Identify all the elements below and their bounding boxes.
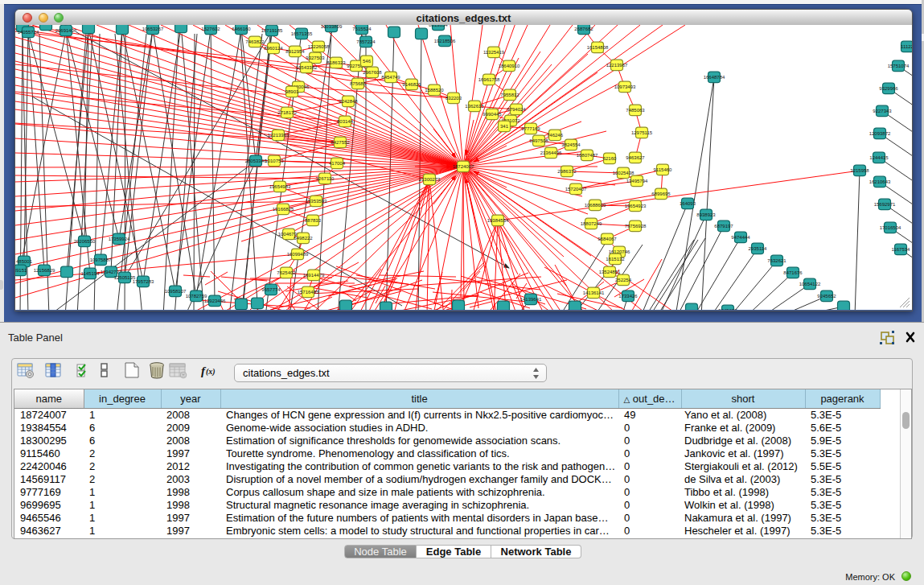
svg-text:17957283: 17957283	[133, 279, 154, 284]
svg-text:12156829: 12156829	[34, 268, 55, 273]
svg-text:13524851: 13524851	[599, 270, 621, 274]
svg-text:3267110: 3267110	[316, 176, 335, 181]
svg-text:16099489: 16099489	[287, 252, 309, 257]
svg-text:7463822: 7463822	[245, 39, 265, 44]
svg-text:9474444: 9474444	[731, 235, 750, 240]
svg-text:5498222: 5498222	[294, 236, 313, 241]
svg-text:8427552: 8427552	[331, 140, 350, 145]
svg-text:417004: 417004	[329, 161, 346, 166]
svg-text:15353593: 15353593	[306, 199, 327, 204]
svg-text:7515524: 7515524	[352, 27, 372, 31]
svg-text:8938923: 8938923	[696, 212, 716, 217]
svg-text:19654923: 19654923	[625, 204, 647, 208]
svg-text:19166825: 19166825	[273, 207, 294, 212]
svg-text:1145194: 1145194	[81, 271, 101, 276]
svg-text:1615132: 1615132	[606, 257, 625, 262]
svg-text:9684067: 9684067	[598, 237, 617, 241]
svg-text:28053346: 28053346	[245, 159, 267, 163]
svg-text:98901: 98901	[285, 89, 299, 94]
svg-text:1010753: 1010753	[265, 159, 284, 163]
svg-text:7857224: 7857224	[356, 39, 376, 44]
svg-text:887833: 887833	[305, 218, 322, 223]
svg-text:2986372: 2986372	[557, 169, 577, 174]
svg-text:8960124: 8960124	[264, 46, 283, 51]
svg-text:7632621: 7632621	[767, 258, 786, 263]
svg-text:6497508: 6497508	[529, 138, 548, 143]
svg-text:1167534: 1167534	[892, 247, 911, 252]
svg-text:6899695: 6899695	[651, 192, 671, 196]
svg-text:8813054: 8813054	[429, 25, 448, 27]
svg-text:15692971: 15692971	[874, 202, 896, 207]
svg-text:11122: 11122	[901, 44, 912, 49]
svg-text:7955812: 7955812	[500, 93, 519, 97]
svg-text:10958107: 10958107	[165, 289, 187, 294]
svg-text:1733426: 1733426	[618, 294, 638, 299]
svg-text:19654983: 19654983	[269, 184, 291, 189]
svg-text:16571355: 16571355	[291, 31, 313, 36]
svg-text:2687682: 2687682	[574, 27, 593, 31]
svg-text:3824554: 3824554	[561, 142, 581, 147]
svg-text:(x): (x)	[206, 367, 216, 377]
svg-text:9227343: 9227343	[873, 109, 892, 113]
svg-text:2967608: 2967608	[363, 70, 382, 75]
svg-text:252254: 252254	[615, 278, 632, 282]
svg-text:164093: 164093	[680, 201, 696, 206]
svg-text:16210643: 16210643	[869, 179, 891, 184]
svg-text:20206550: 20206550	[74, 239, 96, 244]
svg-text:8186323: 8186323	[326, 60, 346, 65]
svg-text:21364436: 21364436	[540, 150, 562, 155]
svg-text:20691406: 20691406	[55, 28, 77, 33]
svg-text:546: 546	[363, 59, 372, 64]
svg-text:341: 341	[500, 124, 509, 129]
svg-text:12975115: 12975115	[631, 130, 653, 135]
svg-text:10654122: 10654122	[799, 282, 821, 286]
svg-text:21300273: 21300273	[419, 177, 441, 182]
svg-text:62160: 62160	[603, 156, 617, 161]
svg-text:14139641: 14139641	[520, 297, 542, 302]
svg-text:9245652: 9245652	[718, 308, 737, 310]
svg-text:2718170: 2718170	[277, 110, 297, 115]
svg-text:79756928: 79756928	[625, 224, 647, 229]
svg-text:3215958: 3215958	[850, 168, 869, 173]
svg-text:1527602: 1527602	[201, 27, 220, 31]
svg-text:12213967: 12213967	[606, 63, 628, 68]
svg-text:6794024: 6794024	[507, 107, 526, 112]
svg-text:10975887: 10975887	[90, 257, 112, 262]
svg-text:1244415: 1244415	[869, 155, 889, 160]
svg-text:9657774: 9657774	[261, 287, 281, 292]
svg-text:12213363: 12213363	[268, 133, 290, 138]
svg-text:9146821: 9146821	[402, 82, 421, 87]
svg-text:9242848: 9242848	[339, 99, 358, 104]
svg-text:8454749: 8454749	[381, 75, 400, 80]
svg-text:15716485: 15716485	[298, 290, 319, 295]
svg-text:10973493: 10973493	[614, 84, 636, 89]
svg-text:9329966: 9329966	[879, 86, 898, 91]
svg-text:14055724: 14055724	[18, 30, 39, 35]
svg-text:16033809: 16033809	[321, 25, 343, 29]
svg-text:17016504: 17016504	[880, 225, 901, 230]
svg-text:6466160: 6466160	[232, 27, 251, 31]
svg-text:12923446: 12923446	[204, 299, 226, 303]
svg-text:14136141: 14136141	[583, 290, 605, 295]
svg-text:11325419: 11325419	[483, 50, 505, 55]
svg-text:13495794: 13495794	[626, 179, 648, 183]
svg-text:18724007: 18724007	[453, 164, 474, 169]
svg-text:9245652: 9245652	[817, 294, 836, 299]
svg-text:1362615: 1362615	[465, 104, 484, 109]
svg-text:15720407: 15720407	[565, 187, 587, 192]
svg-text:8912954: 8912954	[285, 49, 305, 54]
svg-text:9115460: 9115460	[654, 167, 673, 172]
svg-text:1588520: 1588520	[425, 88, 444, 93]
svg-text:9327503: 9327503	[306, 56, 325, 60]
svg-text:16961758: 16961758	[478, 77, 500, 82]
svg-text:875685: 875685	[350, 81, 367, 86]
svg-text:16648784: 16648784	[704, 75, 725, 80]
svg-text:19384554: 19384554	[487, 218, 509, 223]
svg-text:18640910: 18640910	[499, 64, 520, 68]
svg-text:6879197: 6879197	[714, 224, 733, 229]
svg-text:485001: 485001	[16, 259, 33, 264]
svg-text:19218506: 19218506	[434, 39, 456, 43]
svg-text:7625402: 7625402	[277, 270, 296, 275]
svg-text:2935114: 2935114	[749, 246, 768, 251]
svg-text:16543382: 16543382	[296, 65, 318, 70]
